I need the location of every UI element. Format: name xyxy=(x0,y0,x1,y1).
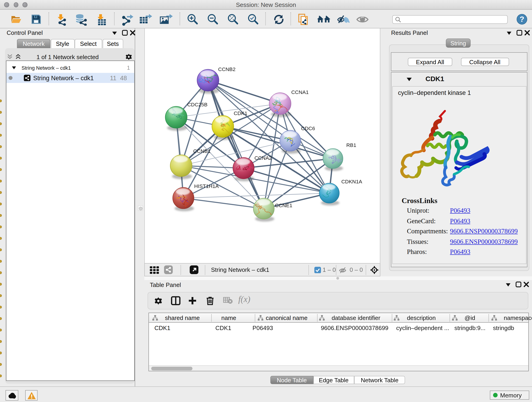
svg-text:CCNB2: CCNB2 xyxy=(218,66,235,72)
svg-text:?: ? xyxy=(520,15,524,23)
svg-text:CDC25B: CDC25B xyxy=(187,102,207,108)
svg-text:CDKN1A: CDKN1A xyxy=(341,179,362,185)
svg-text:CCNE1: CCNE1 xyxy=(275,203,292,208)
svg-text:CCNA2: CCNA2 xyxy=(254,155,272,161)
svg-text:CCNA1: CCNA1 xyxy=(291,89,309,95)
svg-text:HIST1H1A: HIST1H1A xyxy=(194,183,219,189)
svg-text:RB1: RB1 xyxy=(346,142,356,148)
svg-text:CCNB1: CCNB1 xyxy=(193,148,210,154)
svg-text:CDK1: CDK1 xyxy=(234,110,247,116)
svg-text:CDC6: CDC6 xyxy=(301,126,315,131)
